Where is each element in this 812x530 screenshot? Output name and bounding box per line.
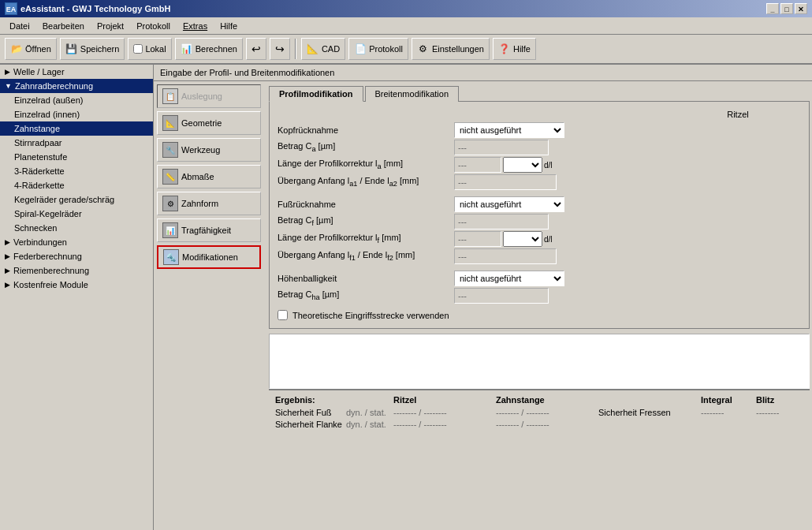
column-header-row: Ritzel [277,110,801,119]
sidebar-item-zahnradberechnung[interactable]: ▼ Zahnradberechnung [0,79,153,93]
abmasse-button[interactable]: 📏 Abmaße [157,165,261,188]
auslegung-icon: 📋 [162,88,178,104]
menu-projekt[interactable]: Projekt [91,20,130,32]
maximize-button[interactable]: □ [780,3,793,14]
sidebar-item-riemenberechnung[interactable]: ▶ Riemenberechnung [0,263,153,278]
betrag-ca-row: Betrag Ca [µm] [277,140,801,155]
calculate-button[interactable]: 📊 Berechnen [175,38,243,60]
theoretische-checkbox[interactable] [277,310,288,320]
laenge-la-field: d/l [454,157,553,173]
title-bar-buttons: _ □ ✕ [766,3,807,14]
settings-button[interactable]: ⚙ Einstellungen [412,38,490,60]
menu-protokoll[interactable]: Protokoll [130,20,177,32]
betrag-cf-input[interactable] [454,214,549,230]
sidebar-item-3raederkette[interactable]: 3-Räderkette [0,164,153,178]
menu-extras[interactable]: Extras [177,20,214,32]
geometrie-button[interactable]: 📐 Geometrie [157,111,261,135]
close-button[interactable]: ✕ [795,3,807,14]
sicherheit-fuss-label: Sicherheit Fuß [275,408,346,417]
breadcrumb: Eingabe der Profil- und Breitenmodifikat… [154,65,812,81]
sidebar-item-welle-lager[interactable]: ▶ Welle / Lager [0,65,153,79]
sidebar-item-spiral-kegelraeder[interactable]: Spiral-Kegelräder [0,207,153,221]
cad-button[interactable]: 📐 CAD [301,38,345,60]
werkzeug-button[interactable]: 🔧 Werkzeug [157,138,261,162]
menu-datei[interactable]: Datei [3,20,36,32]
sidebar-item-stirnradpaar[interactable]: Stirnradpaar [0,136,153,150]
ergebnis-label: Ergebnis: [275,395,346,405]
betrag-cf-row: Betrag Cf [µm] [277,214,801,230]
zahnform-icon: ⚙ [162,196,178,211]
sidebar-item-zahnstange[interactable]: Zahnstange [0,121,153,136]
betrag-ca-input[interactable] [454,140,549,155]
open-button[interactable]: 📂 Öffnen [5,38,57,60]
sidebar-item-4raederkette[interactable]: 4-Räderkette [0,178,153,192]
uebergang-fuss-input[interactable] [454,248,557,264]
left-panel: 📋 Auslegung 📐 Geometrie 🔧 Werkzeug 📏 Abm… [154,81,264,530]
laenge-lf-unit: d/l [544,235,553,244]
laenge-la-select[interactable] [503,157,542,173]
laenge-la-input1[interactable] [454,157,501,173]
local-button[interactable]: Lokal [128,38,171,60]
betrag-cha-row: Betrag Cha [µm] [277,288,801,304]
sidebar-item-schnecken[interactable]: Schnecken [0,221,153,235]
sidebar-item-einzelrad-aussen[interactable]: Einzelrad (außen) [0,93,153,107]
modifikationen-button[interactable]: 🔩 Modifikationen [157,245,261,269]
sidebar-item-kostenfreie-module[interactable]: ▶ Kostenfreie Module [0,278,153,292]
kopfruecknahme-label: Kopfrücknahme [277,125,451,135]
tab-profilmodifikation[interactable]: Profilmodifikation [269,86,363,102]
laenge-la-label: Länge der Profilkorrektur la [mm] [277,159,451,170]
arrow-icon: ▶ [5,68,10,76]
protocol-button[interactable]: 📄 Protokoll [348,38,408,60]
auslegung-button[interactable]: 📋 Auslegung [157,84,261,108]
laenge-lf-input1[interactable] [454,231,501,247]
inner-layout: 📋 Auslegung 📐 Geometrie 🔧 Werkzeug 📏 Abm… [154,81,812,530]
zahnstange-result-header: Zahnstange [496,395,598,405]
laenge-la-row: Länge der Profilkorrektur la [mm] d/l [277,157,801,173]
tab-breitenmodifikation[interactable]: Breitenmodifikation [365,86,460,102]
werkzeug-icon: 🔧 [162,142,178,158]
kopfruecknahme-dropdown: nicht ausgeführt ausgeführt [454,122,564,138]
right-panel: Profilmodifikation Breitenmodifikation R… [264,81,812,530]
kopfruecknahme-select[interactable]: nicht ausgeführt ausgeführt [454,122,564,138]
sidebar-item-planetenstufe[interactable]: Planetenstufe [0,150,153,164]
fussruecknahme-select[interactable]: nicht ausgeführt ausgeführt [454,196,564,212]
title-bar: EA eAssistant - GWJ Technology GmbH _ □ … [0,0,812,17]
betrag-cha-input[interactable] [454,288,549,304]
undo-button[interactable]: ↩ [246,38,266,60]
abmasse-icon: 📏 [162,169,178,185]
cad-icon: 📐 [307,43,319,55]
uebergang-anfang-input[interactable] [454,174,557,190]
checkbox-row: Theoretische Eingriffsstrecke verwenden [277,310,801,320]
sicherheit-fuss-ritzel: -------- / -------- [393,408,496,417]
sicherheit-flanke-ritzel: -------- / -------- [393,420,496,429]
arrow-icon: ▶ [5,238,10,246]
redo-button[interactable]: ↪ [270,38,290,60]
hoehenballigkeit-label: Höhenballigkeit [277,274,451,283]
hoehenballigkeit-select[interactable]: nicht ausgeführt ausgeführt [454,271,564,286]
sidebar-item-einzelrad-innen[interactable]: Einzelrad (innen) [0,107,153,121]
laenge-la-unit: d/l [544,161,553,170]
fussruecknahme-label: Fußrücknahme [277,200,451,209]
minimize-button[interactable]: _ [766,3,779,14]
local-checkbox[interactable] [133,44,143,54]
sidebar: ▶ Welle / Lager ▼ Zahnradberechnung Einz… [0,65,154,530]
toolbar-sep [295,39,296,59]
menu-bearbeiten[interactable]: Bearbeiten [36,20,91,32]
sidebar-item-kegelraeder[interactable]: Kegelräder gerade/schräg [0,192,153,207]
betrag-cha-label: Betrag Cha [µm] [277,289,451,301]
betrag-cf-label: Betrag Cf [µm] [277,215,451,227]
sicherheit-fuss-integral: -------- [701,408,756,417]
menu-hilfe[interactable]: Hilfe [214,20,244,32]
laenge-lf-select[interactable] [503,231,542,247]
save-button[interactable]: 💾 Speichern [60,38,125,60]
sidebar-item-federberechnung[interactable]: ▶ Federberechnung [0,249,153,263]
betrag-cf-field [454,214,549,230]
content-area: Eingabe der Profil- und Breitenmodifikat… [154,65,812,530]
zahnform-button[interactable]: ⚙ Zahnform [157,192,261,215]
sicherheit-fuss-zahnstange: -------- / -------- [496,408,598,417]
uebergang-fuss-label: Übergang Anfang lf1 / Ende lf2 [mm] [277,250,451,262]
help-button[interactable]: ❓ Hilfe [493,38,536,60]
tragfahigkeit-button[interactable]: 📊 Tragfähigkeit [157,218,261,242]
sidebar-item-verbindungen[interactable]: ▶ Verbindungen [0,235,153,249]
result-table: Ergebnis: Ritzel Zahnstange Integral Bli… [269,389,810,434]
